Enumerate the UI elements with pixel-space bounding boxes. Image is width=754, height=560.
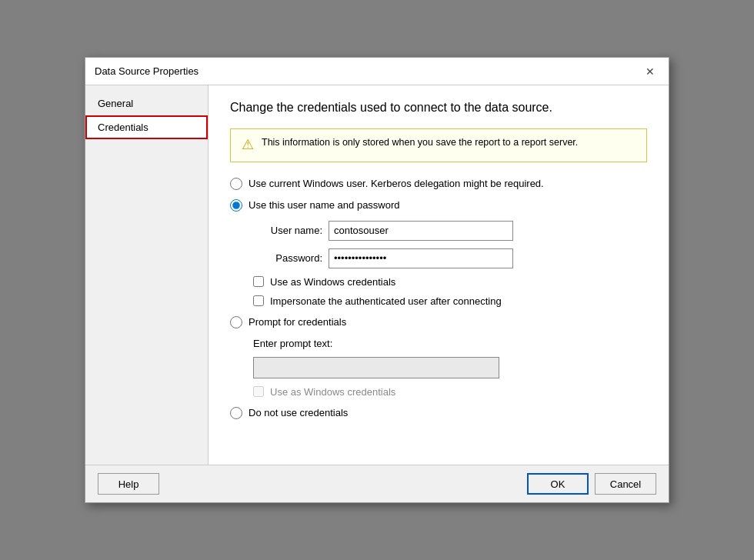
content-area: Change the credentials used to connect t… bbox=[209, 85, 669, 465]
radio-none[interactable] bbox=[230, 407, 242, 419]
warning-text: This information is only stored when you… bbox=[262, 137, 578, 148]
warning-icon: ⚠ bbox=[242, 137, 254, 154]
radio-item-none[interactable]: Do not use credentials bbox=[230, 407, 647, 419]
username-input[interactable] bbox=[329, 221, 513, 241]
sidebar-item-general[interactable]: General bbox=[85, 92, 208, 115]
checkbox-windows-input[interactable] bbox=[253, 276, 264, 287]
close-button[interactable]: ✕ bbox=[641, 62, 659, 81]
radio-item-prompt[interactable]: Prompt for credentials bbox=[230, 316, 647, 328]
radio-userpass-label: Use this user name and password bbox=[249, 199, 400, 211]
username-label: User name: bbox=[253, 225, 322, 236]
radio-prompt-label: Prompt for credentials bbox=[249, 316, 346, 328]
radio-item-userpass[interactable]: Use this user name and password bbox=[230, 199, 647, 212]
checkbox-impersonate-label: Impersonate the authenticated user after… bbox=[270, 295, 502, 307]
dialog-title: Data Source Properties bbox=[95, 65, 199, 77]
prompt-form: Enter prompt text: Use as Windows creden… bbox=[253, 338, 647, 398]
help-button[interactable]: Help bbox=[98, 473, 159, 495]
checkbox-impersonate[interactable]: Impersonate the authenticated user after… bbox=[253, 295, 647, 307]
title-bar: Data Source Properties ✕ bbox=[85, 58, 669, 85]
password-input[interactable] bbox=[329, 248, 513, 268]
sidebar-item-credentials[interactable]: Credentials bbox=[85, 115, 208, 139]
footer-right: OK Cancel bbox=[527, 473, 656, 495]
username-row: User name: bbox=[253, 221, 647, 241]
radio-item-windows[interactable]: Use current Windows user. Kerberos deleg… bbox=[230, 178, 647, 190]
cancel-button[interactable]: Cancel bbox=[595, 473, 656, 495]
checkbox-prompt-windows-label: Use as Windows credentials bbox=[270, 386, 395, 398]
radio-windows-label: Use current Windows user. Kerberos deleg… bbox=[249, 178, 544, 189]
checkbox-prompt-windows[interactable]: Use as Windows credentials bbox=[253, 386, 647, 398]
checkbox-prompt-windows-input[interactable] bbox=[253, 386, 264, 397]
userpass-form: User name: Password: Use as Windows cred… bbox=[253, 221, 647, 307]
dialog: Data Source Properties ✕ General Credent… bbox=[85, 57, 669, 503]
radio-group: Use current Windows user. Kerberos deleg… bbox=[230, 178, 647, 419]
prompt-label: Enter prompt text: bbox=[253, 338, 332, 349]
checkbox-impersonate-input[interactable] bbox=[253, 295, 264, 306]
ok-button[interactable]: OK bbox=[527, 473, 589, 495]
radio-windows[interactable] bbox=[230, 178, 242, 190]
radio-userpass[interactable] bbox=[230, 199, 242, 212]
radio-prompt[interactable] bbox=[230, 316, 242, 328]
password-row: Password: bbox=[253, 248, 647, 268]
sidebar: General Credentials bbox=[85, 85, 209, 465]
content-title: Change the credentials used to connect t… bbox=[230, 101, 647, 115]
checkbox-windows-creds[interactable]: Use as Windows credentials bbox=[253, 276, 647, 288]
radio-none-label: Do not use credentials bbox=[249, 407, 348, 418]
dialog-footer: Help OK Cancel bbox=[85, 465, 669, 502]
warning-box: ⚠ This information is only stored when y… bbox=[230, 128, 647, 162]
password-label: Password: bbox=[253, 252, 322, 264]
dialog-body: General Credentials Change the credentia… bbox=[85, 85, 669, 465]
prompt-input[interactable] bbox=[253, 357, 499, 378]
prompt-label-row: Enter prompt text: bbox=[253, 338, 647, 349]
checkbox-windows-label: Use as Windows credentials bbox=[270, 276, 395, 288]
